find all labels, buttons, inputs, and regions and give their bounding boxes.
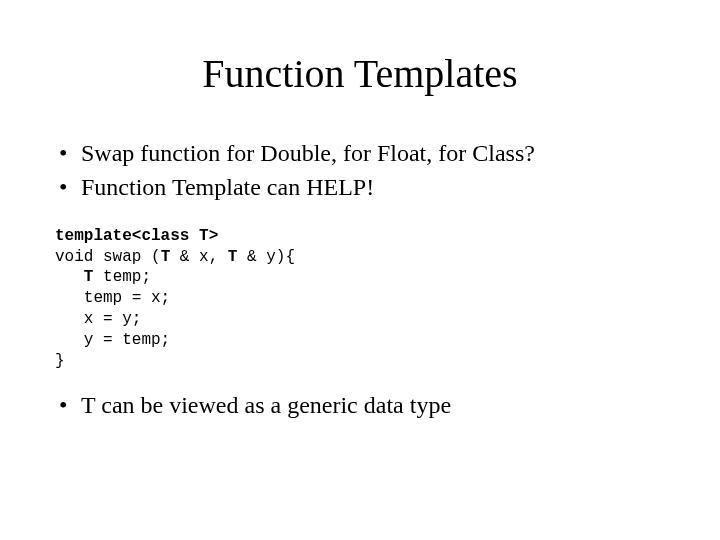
code-block: template<class T> void swap (T & x, T & … bbox=[55, 226, 665, 372]
code-line: x = y; bbox=[55, 310, 141, 328]
bullet-item: Swap function for Double, for Float, for… bbox=[55, 137, 665, 169]
code-line: y = temp; bbox=[55, 331, 170, 349]
code-line: } bbox=[55, 352, 65, 370]
slide-title: Function Templates bbox=[55, 50, 665, 97]
code-type: T bbox=[161, 248, 171, 266]
code-line: temp = x; bbox=[55, 289, 170, 307]
code-type: T bbox=[84, 268, 94, 286]
slide: Function Templates Swap function for Dou… bbox=[0, 0, 720, 540]
code-type: T bbox=[228, 248, 238, 266]
bullet-item: Function Template can HELP! bbox=[55, 171, 665, 203]
code-text: & y){ bbox=[237, 248, 295, 266]
bullet-list-top: Swap function for Double, for Float, for… bbox=[55, 137, 665, 204]
code-text: temp; bbox=[93, 268, 151, 286]
code-text: & x, bbox=[170, 248, 228, 266]
code-line: void swap ( bbox=[55, 248, 161, 266]
code-text bbox=[55, 268, 84, 286]
bullet-item: T can be viewed as a generic data type bbox=[55, 389, 665, 421]
code-line: template<class T> bbox=[55, 227, 218, 245]
bullet-list-bottom: T can be viewed as a generic data type bbox=[55, 389, 665, 421]
